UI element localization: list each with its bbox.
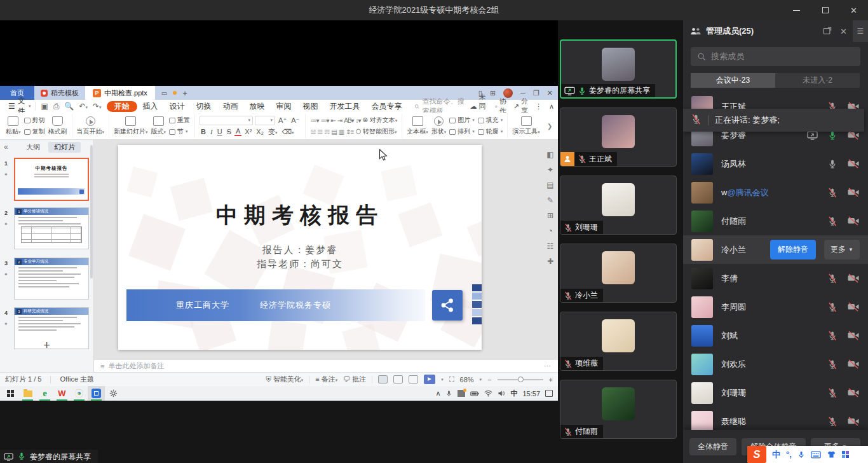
ime-voice-icon[interactable]: [797, 450, 805, 459]
paste-button[interactable]: 粘贴▾: [6, 116, 21, 136]
smart-beautify-button[interactable]: ⛨ 智能美化▾: [266, 375, 303, 384]
tab-monitor-icon[interactable]: ▭: [161, 90, 167, 97]
pane-scrollbar[interactable]: [90, 145, 93, 279]
taskbar-wps[interactable]: W: [53, 386, 71, 401]
new-tab-button[interactable]: +: [182, 88, 187, 98]
panel-menu-handle[interactable]: ☰: [853, 20, 868, 42]
new-slide-button[interactable]: 新建幻灯片▾: [114, 116, 148, 136]
wps-menu-会员专享[interactable]: 会员专享: [366, 101, 408, 112]
member-row-汤凤林[interactable]: 汤凤林: [683, 149, 868, 178]
redo-icon[interactable]: ↷▾: [93, 102, 102, 111]
member-search-input[interactable]: 搜索成员: [691, 47, 860, 66]
mic-muted-icon[interactable]: [827, 188, 837, 198]
decrease-font-button[interactable]: A⁻: [290, 116, 301, 125]
normal-view-button[interactable]: [378, 375, 388, 384]
camera-off-icon[interactable]: [847, 159, 860, 169]
video-tile-王正斌[interactable]: 王正斌: [560, 107, 677, 167]
strike-button[interactable]: S: [226, 128, 233, 135]
picture-button[interactable]: 图片▾: [449, 116, 475, 125]
align-text-button[interactable]: ⊜ 对齐文本▾: [363, 116, 398, 125]
preview-icon[interactable]: 🔍: [64, 102, 74, 111]
unmute-button[interactable]: 解除静音: [770, 240, 816, 259]
mic-muted-icon[interactable]: [827, 388, 837, 398]
mic-on-icon[interactable]: [17, 452, 26, 460]
maximize-button[interactable]: [811, 0, 839, 20]
zoom-level[interactable]: 68%: [460, 376, 474, 384]
indent-decrease-icon[interactable]: ⇤: [330, 117, 335, 124]
slide-thumbnail-1[interactable]: 中期考核报告: [14, 158, 89, 201]
ime-toolbox-icon[interactable]: [842, 451, 849, 458]
wps-menu-视图[interactable]: 视图: [297, 101, 324, 112]
reset-button[interactable]: 重置: [169, 116, 190, 125]
pane-tab-大纲[interactable]: 大纲: [20, 142, 46, 153]
theme-name[interactable]: Office 主题: [60, 375, 94, 384]
member-name-link[interactable]: @腾讯会议: [727, 188, 768, 197]
print-icon[interactable]: ⎙: [53, 102, 60, 111]
mic-muted-icon[interactable]: [827, 216, 837, 226]
superscript-button[interactable]: X²: [243, 128, 253, 135]
mic-idle-icon[interactable]: [827, 159, 837, 169]
member-row-w[interactable]: w@腾讯会议: [683, 178, 868, 207]
wps-menu-设计[interactable]: 设计: [164, 101, 191, 112]
shapes-button[interactable]: 形状▾: [431, 116, 447, 136]
wps-menu-审阅[interactable]: 审阅: [271, 101, 297, 112]
slide-thumbnail-2[interactable]: 1学分修读情况: [14, 207, 89, 249]
notes-bar[interactable]: ≡ 单击此处添加备注 ⋯: [94, 359, 558, 372]
ime-punct-button[interactable]: °,: [786, 450, 792, 459]
font-size-select[interactable]: ▾: [255, 116, 275, 125]
copy-button[interactable]: 复制: [24, 127, 45, 136]
justify-icon[interactable]: ▤: [331, 128, 336, 135]
tray-ime-indicator[interactable]: 中: [510, 389, 517, 398]
mic-muted-icon[interactable]: [827, 331, 837, 341]
sidebar-tool-icon-1[interactable]: ✦: [547, 165, 553, 174]
wps-menu-开发工具[interactable]: 开发工具: [324, 101, 366, 112]
zoom-out-button[interactable]: −: [487, 376, 491, 384]
popout-icon[interactable]: [823, 27, 832, 35]
sidebar-tool-icon-0[interactable]: ◧: [546, 150, 553, 159]
number-list-icon[interactable]: ≕▾: [320, 117, 329, 124]
mic-muted-icon[interactable]: [827, 273, 837, 284]
member-row-刘欢乐[interactable]: 刘欢乐: [683, 350, 868, 378]
member-row-李周圆[interactable]: 李周圆: [683, 293, 868, 321]
start-button[interactable]: [2, 386, 19, 401]
taskbar-explorer[interactable]: [19, 386, 36, 401]
sidebar-tool-icon-5[interactable]: ◔: [548, 226, 552, 235]
wps-menu-插入[interactable]: 插入: [137, 101, 164, 112]
slideshow-button[interactable]: [424, 375, 435, 384]
mic-muted-icon[interactable]: [827, 359, 837, 370]
video-tile-姜梦睿的屏幕共享[interactable]: 姜梦睿的屏幕共享: [560, 39, 677, 99]
reading-view-button[interactable]: [409, 375, 418, 384]
increase-font-button[interactable]: A⁺: [277, 116, 288, 125]
member-row-刘珊珊[interactable]: 刘珊珊: [683, 378, 868, 407]
bullet-list-icon[interactable]: ≔▾: [310, 117, 318, 124]
taskbar-browser-e[interactable]: e: [36, 386, 53, 401]
camera-off-icon[interactable]: [847, 302, 860, 312]
distribute-icon[interactable]: ▥: [339, 128, 344, 135]
camera-off-icon[interactable]: [847, 388, 860, 397]
kebab-icon[interactable]: ⋮: [535, 102, 542, 111]
ribbon-expand-icon[interactable]: ❯: [545, 114, 555, 138]
textbox-button[interactable]: 文本框▾: [407, 116, 428, 136]
mic-on-icon[interactable]: [578, 86, 587, 95]
align-left-icon[interactable]: ☱: [310, 128, 315, 135]
camera-off-icon[interactable]: [847, 359, 860, 369]
wps-menu-开始[interactable]: 开始: [107, 101, 137, 112]
to-smartart-button[interactable]: ⬡ 转智能图形▾: [355, 127, 397, 136]
font-color-button[interactable]: A: [234, 127, 241, 136]
member-row-付随雨[interactable]: 付随雨: [683, 207, 868, 235]
align-right-icon[interactable]: ☴: [324, 128, 329, 135]
slide-sorter-button[interactable]: [393, 375, 403, 384]
member-row-刘斌[interactable]: 刘斌: [683, 321, 868, 350]
comments-button[interactable]: 🗩 批注: [343, 375, 366, 384]
member-more-button[interactable]: 更多 ▼: [824, 240, 860, 259]
camera-off-icon[interactable]: [847, 216, 860, 226]
section-button[interactable]: 节▾: [169, 127, 190, 136]
pane-tab-幻灯片[interactable]: 幻灯片: [48, 142, 81, 153]
battery-icon[interactable]: [470, 390, 479, 397]
text-effect-button[interactable]: 变▾: [267, 127, 279, 137]
panel-close-icon[interactable]: ✕: [840, 27, 847, 36]
sidebar-tool-icon-6[interactable]: ☷: [547, 242, 554, 251]
tray-clock[interactable]: 15:57: [522, 390, 540, 397]
align-center-icon[interactable]: ☰: [317, 128, 322, 135]
video-tile-刘珊珊[interactable]: 刘珊珊: [560, 176, 677, 235]
